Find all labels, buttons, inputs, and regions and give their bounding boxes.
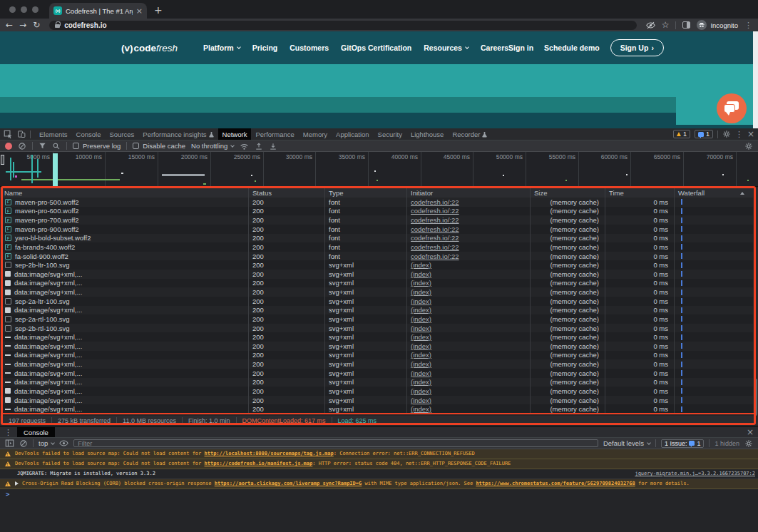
- issues-badge[interactable]: 1: [695, 130, 713, 138]
- network-request-row[interactable]: data:image/svg+xml,...200svg+xml(index)(…: [0, 270, 753, 279]
- network-request-row[interactable]: sep-2a-rtl-100.svg200svg+xml(index)(memo…: [0, 314, 753, 324]
- devtools-tab-lighthouse[interactable]: Lighthouse: [406, 128, 448, 140]
- initiator-link[interactable]: (index): [411, 270, 431, 278]
- eye-off-icon[interactable]: [646, 21, 655, 30]
- column-header-size[interactable]: Size: [530, 189, 605, 197]
- console-filter-input[interactable]: [73, 439, 598, 447]
- side-panel-icon[interactable]: [682, 21, 690, 29]
- codefresh-logo[interactable]: (v)codefresh: [121, 43, 178, 53]
- throttling-select[interactable]: No throttling: [191, 142, 234, 150]
- initiator-link[interactable]: (index): [411, 360, 431, 368]
- column-header-status[interactable]: Status: [248, 189, 324, 197]
- initiator-link[interactable]: codefresh.io/:22: [411, 198, 459, 206]
- window-controls[interactable]: [9, 6, 39, 13]
- initiator-link[interactable]: (index): [411, 306, 431, 314]
- new-tab-button[interactable]: +: [154, 4, 163, 16]
- network-request-row[interactable]: data:image/svg+xml,...200svg+xml(index)(…: [0, 396, 753, 405]
- clear-console-icon[interactable]: [19, 439, 28, 448]
- devtools-tab-console[interactable]: Console: [72, 128, 106, 140]
- initiator-link[interactable]: (index): [411, 288, 431, 296]
- nav-item-resources[interactable]: Resources: [424, 44, 468, 52]
- column-header-name[interactable]: Name: [0, 189, 248, 197]
- initiator-link[interactable]: codefresh.io/:22: [411, 243, 459, 251]
- console-link[interactable]: https://aorta.clickagy.com/liveramp_sync…: [215, 481, 362, 486]
- devtools-settings-icon[interactable]: [722, 130, 731, 138]
- filter-funnel-icon[interactable]: [39, 142, 46, 150]
- console-sidebar-icon[interactable]: [5, 439, 14, 448]
- initiator-link[interactable]: codefresh.io/:22: [411, 207, 459, 215]
- devtools-tab-performance-insights[interactable]: Performance insights: [138, 128, 217, 140]
- drawer-menu-icon[interactable]: ⋮: [4, 428, 12, 437]
- drawer-tab-console[interactable]: Console: [17, 427, 55, 437]
- network-request-row[interactable]: data:image/svg+xml,...200svg+xml(index)(…: [0, 404, 753, 414]
- browser-menu-icon[interactable]: ⋮: [744, 21, 752, 30]
- devtools-close-icon[interactable]: ×: [747, 129, 754, 139]
- initiator-link[interactable]: (index): [411, 324, 431, 332]
- devtools-tab-application[interactable]: Application: [332, 128, 373, 140]
- devtools-tab-sources[interactable]: Sources: [105, 128, 138, 140]
- page-scrollbar[interactable]: [753, 31, 758, 128]
- nav-item-careers[interactable]: Careers: [481, 44, 508, 52]
- network-request-row[interactable]: Fmaven-pro-900.woff2200fontcodefresh.io/…: [0, 225, 753, 234]
- disable-cache-checkbox[interactable]: Disable cache: [133, 142, 185, 150]
- network-request-row[interactable]: data:image/svg+xml,...200svg+xml(index)(…: [0, 279, 753, 288]
- sign-in-link[interactable]: Sign in: [508, 44, 533, 52]
- network-request-row[interactable]: Fyaro-bl-bold-subset.woff2200fontcodefre…: [0, 234, 753, 243]
- window-close-icon[interactable]: [9, 6, 16, 13]
- network-request-row[interactable]: Fmaven-pro-600.woff2200fontcodefresh.io/…: [0, 207, 753, 216]
- initiator-link[interactable]: (index): [411, 261, 431, 269]
- tab-close-icon[interactable]: ×: [136, 6, 143, 16]
- context-selector[interactable]: top: [39, 439, 54, 447]
- inspect-element-icon[interactable]: [4, 130, 13, 139]
- column-header-type[interactable]: Type: [324, 189, 406, 197]
- table-scrollbar[interactable]: [753, 188, 758, 414]
- network-request-row[interactable]: Ffa-solid-900.woff2200fontcodefresh.io/:…: [0, 252, 753, 261]
- live-expression-eye-icon[interactable]: [59, 439, 68, 448]
- network-settings-icon[interactable]: [744, 142, 753, 150]
- initiator-link[interactable]: (index): [411, 297, 431, 305]
- nav-item-customers[interactable]: Customers: [290, 44, 329, 52]
- import-har-icon[interactable]: [255, 142, 263, 150]
- initiator-link[interactable]: (index): [411, 315, 431, 323]
- window-zoom-icon[interactable]: [32, 6, 39, 13]
- chat-widget-button[interactable]: [717, 93, 747, 123]
- sign-up-button[interactable]: Sign Up ›: [610, 39, 664, 56]
- network-request-row[interactable]: sep-2a-ltr-100.svg200svg+xml(index)(memo…: [0, 297, 753, 306]
- initiator-link[interactable]: codefresh.io/:22: [411, 216, 459, 224]
- expand-arrow-icon[interactable]: [15, 481, 19, 486]
- console-link[interactable]: https://www.chromestatus.com/feature/562…: [476, 481, 635, 486]
- initiator-link[interactable]: (index): [411, 405, 431, 413]
- search-icon[interactable]: [52, 142, 61, 150]
- nav-item-platform[interactable]: Platform: [203, 44, 240, 52]
- console-message[interactable]: DevTools failed to load source map: Coul…: [0, 459, 758, 469]
- record-button[interactable]: [5, 143, 12, 150]
- lock-icon[interactable]: [55, 24, 60, 28]
- profile-incognito[interactable]: Incognito: [697, 20, 738, 30]
- network-request-row[interactable]: sep-2b-ltr-100.svg200svg+xml(index)(memo…: [0, 260, 753, 270]
- devtools-tab-memory[interactable]: Memory: [299, 128, 332, 140]
- nav-item-gitops-certification[interactable]: GitOps Certification: [341, 44, 411, 52]
- back-button[interactable]: ←: [6, 20, 13, 30]
- console-message[interactable]: Cross-Origin Read Blocking (CORB) blocke…: [0, 479, 758, 489]
- reload-button[interactable]: ↻: [33, 20, 40, 30]
- log-levels-select[interactable]: Default levels: [603, 439, 650, 447]
- network-request-row[interactable]: data:image/svg+xml,...200svg+xml(index)(…: [0, 342, 753, 351]
- timeline-handle[interactable]: [1, 155, 4, 165]
- network-request-row[interactable]: data:image/svg+xml,...200svg+xml(index)(…: [0, 287, 753, 297]
- initiator-link[interactable]: (index): [411, 279, 431, 287]
- initiator-link[interactable]: (index): [411, 387, 431, 395]
- schedule-demo-link[interactable]: Schedule demo: [544, 44, 600, 52]
- forward-button[interactable]: →: [19, 20, 26, 30]
- network-request-row[interactable]: data:image/svg+xml,...200svg+xml(index)(…: [0, 351, 753, 360]
- scrollbar-thumb[interactable]: [754, 379, 757, 416]
- network-request-row[interactable]: data:image/svg+xml,...200svg+xml(index)(…: [0, 387, 753, 396]
- network-request-row[interactable]: data:image/svg+xml,...200svg+xml(index)(…: [0, 369, 753, 378]
- initiator-link[interactable]: (index): [411, 351, 431, 359]
- warnings-badge[interactable]: 1: [673, 130, 690, 138]
- console-link[interactable]: http://localhost:8080/sourcemaps/tag.js.…: [205, 451, 334, 456]
- initiator-link[interactable]: codefresh.io/:22: [411, 225, 459, 233]
- initiator-link[interactable]: (index): [411, 397, 431, 404]
- devtools-tab-performance[interactable]: Performance: [251, 128, 298, 140]
- network-request-row[interactable]: data:image/svg+xml,...200svg+xml(index)(…: [0, 359, 753, 369]
- network-request-row[interactable]: Fmaven-pro-500.woff2200fontcodefresh.io/…: [0, 198, 753, 207]
